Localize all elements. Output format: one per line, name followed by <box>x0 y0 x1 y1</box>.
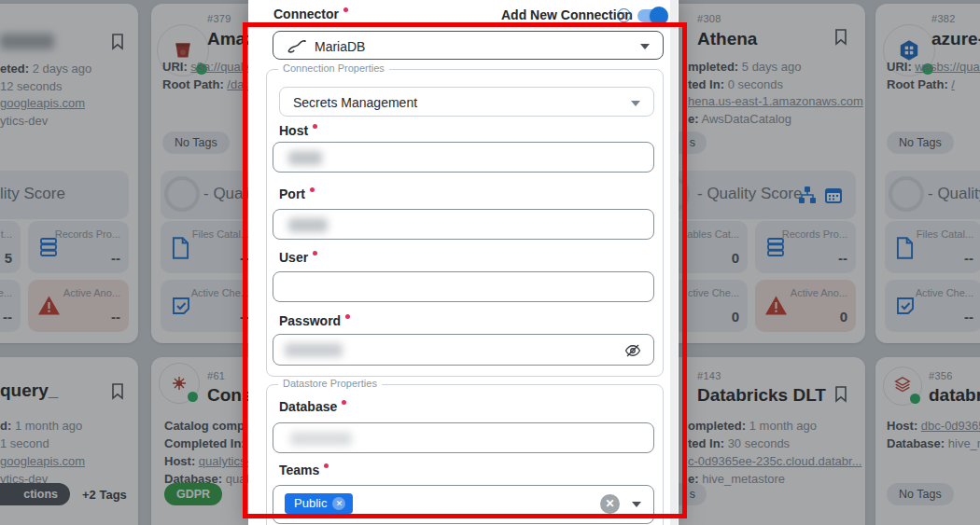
add-datastore-modal: Connector Add New Connection i MariaDB C… <box>248 0 679 525</box>
required-dot <box>313 124 317 129</box>
database-input[interactable] <box>273 422 654 453</box>
redacted-port-value <box>288 218 328 232</box>
password-label: Password <box>279 313 350 328</box>
required-dot <box>310 187 315 192</box>
required-dot <box>324 463 329 468</box>
connector-value: MariaDB <box>315 39 365 54</box>
user-label: User <box>279 250 317 265</box>
team-chip-label: Public <box>294 496 327 510</box>
password-input[interactable] <box>273 334 654 366</box>
modal-scrollbar[interactable] <box>670 0 678 525</box>
info-icon[interactable]: i <box>617 8 631 22</box>
team-chip-public[interactable]: Public✕ <box>285 493 353 514</box>
app-background: eted: 2 days ago 12 seconds googleapis.c… <box>0 0 980 525</box>
required-dot <box>345 314 350 319</box>
host-input[interactable] <box>273 142 654 173</box>
connector-label: Connector <box>273 7 348 21</box>
redacted-database-value <box>290 432 352 446</box>
chevron-down-icon <box>632 502 641 507</box>
host-label: Host <box>279 123 317 138</box>
chevron-down-icon <box>631 101 640 106</box>
fieldset-legend: Connection Properties <box>278 62 389 74</box>
user-input[interactable] <box>273 271 654 302</box>
add-new-connection-toggle[interactable] <box>637 9 665 22</box>
mariadb-icon <box>286 37 308 59</box>
secrets-management-select[interactable]: Secrets Management <box>279 87 654 117</box>
required-dot <box>343 7 348 12</box>
port-input[interactable] <box>273 209 654 240</box>
teams-label: Teams <box>279 463 329 477</box>
secrets-management-value: Secrets Management <box>293 95 417 110</box>
teams-select[interactable]: Public✕ ✕ <box>273 485 654 524</box>
redacted-password-value <box>285 343 343 357</box>
toggle-knob <box>650 7 668 25</box>
chevron-down-icon <box>640 44 650 49</box>
required-dot <box>313 251 317 256</box>
add-new-connection-label: Add New Connection <box>501 7 633 22</box>
remove-chip-icon[interactable]: ✕ <box>332 497 345 510</box>
redacted-host-value <box>288 151 322 165</box>
clear-selection-icon[interactable]: ✕ <box>600 494 620 514</box>
database-label: Database <box>279 399 346 414</box>
port-label: Port <box>279 187 315 201</box>
connector-select[interactable]: MariaDB <box>273 31 664 60</box>
eye-off-icon[interactable] <box>624 342 641 363</box>
required-dot <box>342 400 346 405</box>
fieldset-legend: Datastore Properties <box>278 378 382 389</box>
